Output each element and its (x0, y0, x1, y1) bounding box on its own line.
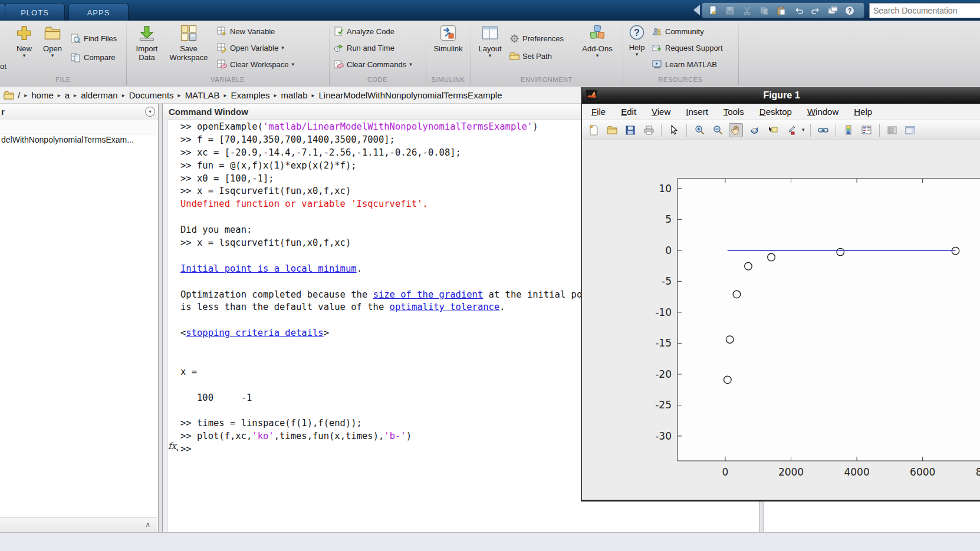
section-label-resources: RESOURCES (621, 76, 739, 83)
fx-function-hints-button[interactable]: fx▾ (168, 441, 179, 453)
figure-menu-help[interactable]: Help (854, 107, 872, 117)
save-workspace-button[interactable]: Save Workspace (167, 24, 210, 62)
clear-commands-button[interactable]: » Clear Commands ▾ (334, 60, 412, 70)
brush-icon[interactable] (784, 123, 798, 137)
breadcrumb-item[interactable]: LinearModelWithNonpolynomialTermsExample (319, 90, 502, 100)
figure-menu-desktop[interactable]: Desktop (759, 107, 792, 117)
help-icon[interactable]: ? (843, 4, 857, 17)
analyze-code-button[interactable]: Analyze Code (334, 27, 394, 37)
figure-menu-file[interactable]: File (591, 107, 606, 117)
breadcrumb-item[interactable]: Examples (231, 90, 270, 100)
redo-icon[interactable] (808, 4, 823, 17)
preferences-button[interactable]: Preferences (509, 34, 564, 44)
breadcrumb-folder-icon (4, 91, 14, 100)
tab-plots[interactable]: PLOTS (5, 3, 65, 21)
section-divider (126, 22, 127, 85)
command-hyperlink[interactable]: optimality tolerance (390, 302, 500, 312)
print-icon[interactable] (642, 123, 656, 137)
command-text: >> times = linspace(f(1),f(end)); (180, 418, 362, 428)
set-path-button[interactable]: Set Path (509, 51, 552, 61)
breadcrumb-item[interactable]: Documents (129, 90, 174, 100)
command-text: 100 -1 (180, 392, 252, 403)
learn-matlab-button[interactable]: Learn MATLAB (652, 60, 717, 70)
svg-text:6000: 6000 (910, 466, 935, 478)
file-list-column-header (0, 120, 157, 134)
simulink-button[interactable]: Simulink (429, 24, 467, 53)
open-variable-button[interactable]: Open Variable ▾ (217, 43, 284, 53)
simulink-icon (439, 24, 457, 42)
community-button[interactable]: Community (652, 27, 704, 37)
breadcrumb-item[interactable]: MATLAB (185, 90, 220, 100)
breadcrumb-item[interactable]: a (65, 90, 70, 100)
command-text: >> f = [70,140,350,700,1400,3500,7000]; (180, 134, 395, 145)
hide-plot-tools-icon[interactable] (885, 123, 899, 137)
quick-access-collapse-icon[interactable] (693, 5, 700, 15)
copy-icon[interactable] (757, 4, 771, 17)
layout-button[interactable]: Layout ▾ (475, 24, 505, 58)
command-hyperlink[interactable]: size of the gradient (373, 289, 484, 300)
details-pane-collapsed[interactable]: ∧ (0, 517, 157, 532)
command-hyperlink[interactable]: stopping criteria details (186, 328, 323, 338)
breadcrumb-item[interactable]: matlab (281, 90, 307, 100)
compare-button[interactable]: Compare (71, 52, 115, 62)
figure-canvas[interactable]: 020004000600080001050-5-10-15-20-25-30 (582, 140, 980, 500)
link-plots-icon[interactable] (816, 123, 830, 137)
expand-details-chevron-icon[interactable]: ∧ (145, 520, 150, 529)
figure-menu-view[interactable]: View (652, 107, 670, 117)
open-button[interactable]: Open ▾ (39, 24, 66, 58)
data-cursor-icon[interactable] (765, 123, 780, 137)
command-text: >> x = lsqcurvefit(fun,x0,f,xc) (180, 237, 351, 248)
figure-menu-edit[interactable]: Edit (621, 107, 636, 117)
new-variable-button[interactable]: New Variable (217, 27, 275, 37)
cut-icon[interactable] (740, 4, 754, 17)
command-text: ) (532, 121, 538, 132)
insert-legend-icon[interactable] (860, 123, 874, 137)
figure-menu-window[interactable]: Window (807, 107, 838, 117)
new-button[interactable]: New ▾ (11, 24, 38, 58)
rotate-3d-icon[interactable] (747, 123, 761, 137)
quick-access-toolbar: ? (702, 2, 864, 18)
edit-arrow-icon[interactable] (667, 123, 681, 137)
matlab-logo-icon (586, 90, 597, 101)
breadcrumb-item[interactable]: alderman (81, 90, 118, 100)
request-support-button[interactable]: Request Support (652, 43, 723, 53)
open-file-icon[interactable] (605, 123, 619, 137)
new-figure-icon[interactable] (587, 123, 601, 137)
show-plot-tools-icon[interactable] (903, 123, 917, 137)
figure-title-bar[interactable]: Figure 1 (582, 87, 980, 104)
breadcrumb-item[interactable]: home (31, 90, 54, 100)
find-files-button[interactable]: Find Files (71, 34, 117, 44)
pan-hand-icon[interactable] (729, 123, 743, 137)
compare-icon (71, 52, 81, 62)
figure-menu-tools[interactable]: Tools (724, 107, 744, 117)
panel-menu-button[interactable]: ▾ (145, 107, 155, 117)
paste-icon[interactable] (774, 4, 788, 17)
command-text: is less than the default value of the (180, 302, 390, 312)
undo-icon[interactable] (791, 4, 805, 17)
open-variable-icon (217, 43, 227, 53)
svg-text:8000: 8000 (976, 466, 980, 478)
status-bar (0, 532, 980, 551)
new-script-icon[interactable] (706, 4, 720, 17)
command-text: >> xc = [-20.9,-14.4,-7.1,-2.56,-1.11,-0… (180, 147, 461, 158)
command-hyperlink[interactable]: Initial point is a local minimum (180, 263, 357, 274)
import-data-button[interactable]: Import Data (131, 24, 163, 62)
zoom-in-icon[interactable] (692, 123, 706, 137)
save-figure-icon[interactable] (623, 123, 637, 137)
tab-apps[interactable]: APPS (68, 3, 129, 21)
toolbar-separator (810, 124, 811, 137)
clear-workspace-icon (217, 60, 227, 70)
file-list-item[interactable]: delWithNonpolynomialTermsExam... (0, 135, 157, 146)
breadcrumb-item[interactable]: / (18, 90, 20, 100)
clear-workspace-button[interactable]: Clear Workspace ▾ (217, 60, 294, 70)
save-icon[interactable] (723, 4, 737, 17)
figure-menu-insert[interactable]: Insert (686, 107, 708, 117)
insert-colorbar-icon[interactable] (841, 123, 856, 137)
help-button[interactable]: ? Help ▾ (625, 24, 649, 57)
window-icon[interactable] (826, 4, 840, 17)
zoom-out-icon[interactable] (711, 123, 725, 137)
brush-dropdown-icon[interactable]: ▾ (802, 127, 805, 133)
run-and-time-button[interactable]: Run and Time (334, 43, 394, 53)
add-ons-button[interactable]: Add-Ons ▾ (580, 24, 614, 58)
search-documentation-input[interactable] (869, 3, 980, 18)
